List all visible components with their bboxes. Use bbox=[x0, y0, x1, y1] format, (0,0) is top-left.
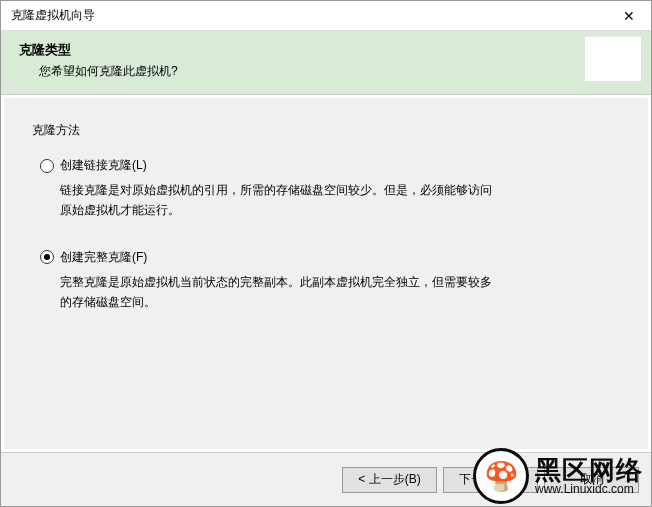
header-subtitle: 您希望如何克隆此虚拟机? bbox=[39, 63, 633, 80]
content-area: 克隆方法 创建链接克隆(L) 链接克隆是对原始虚拟机的引用，所需的存储磁盘空间较… bbox=[3, 97, 649, 450]
radio-full[interactable] bbox=[40, 250, 54, 264]
button-bar: < 上一步(B) 下一步(N) > 取消 🍄 黑区网络 www.Linuxidc… bbox=[1, 452, 651, 506]
wizard-window: 克隆虚拟机向导 ✕ 克隆类型 您希望如何克隆此虚拟机? 克隆方法 创建链接克隆(… bbox=[0, 0, 652, 507]
header-banner: 克隆类型 您希望如何克隆此虚拟机? bbox=[1, 31, 651, 95]
option-full-clone: 创建完整克隆(F) 完整克隆是原始虚拟机当前状态的完整副本。此副本虚拟机完全独立… bbox=[40, 249, 620, 313]
option-label-linked[interactable]: 创建链接克隆(L) bbox=[60, 157, 147, 174]
section-label: 克隆方法 bbox=[32, 122, 620, 139]
window-title: 克隆虚拟机向导 bbox=[11, 7, 95, 24]
content-inner: 克隆方法 创建链接克隆(L) 链接克隆是对原始虚拟机的引用，所需的存储磁盘空间较… bbox=[32, 122, 620, 425]
close-icon: ✕ bbox=[623, 8, 635, 24]
next-button[interactable]: 下一步(N) > bbox=[443, 467, 538, 493]
radio-row-full[interactable]: 创建完整克隆(F) bbox=[40, 249, 620, 266]
option-desc-full: 完整克隆是原始虚拟机当前状态的完整副本。此副本虚拟机完全独立，但需要较多的存储磁… bbox=[60, 272, 500, 313]
option-linked-clone: 创建链接克隆(L) 链接克隆是对原始虚拟机的引用，所需的存储磁盘空间较少。但是，… bbox=[40, 157, 620, 221]
radio-row-linked[interactable]: 创建链接克隆(L) bbox=[40, 157, 620, 174]
clone-method-group: 创建链接克隆(L) 链接克隆是对原始虚拟机的引用，所需的存储磁盘空间较少。但是，… bbox=[40, 157, 620, 313]
back-button[interactable]: < 上一步(B) bbox=[342, 467, 437, 493]
option-label-full[interactable]: 创建完整克隆(F) bbox=[60, 249, 147, 266]
radio-linked[interactable] bbox=[40, 159, 54, 173]
header-icon bbox=[585, 37, 641, 81]
titlebar: 克隆虚拟机向导 ✕ bbox=[1, 1, 651, 31]
cancel-button[interactable]: 取消 bbox=[544, 467, 639, 493]
close-button[interactable]: ✕ bbox=[606, 1, 651, 31]
header-title: 克隆类型 bbox=[19, 41, 633, 59]
option-desc-linked: 链接克隆是对原始虚拟机的引用，所需的存储磁盘空间较少。但是，必须能够访问原始虚拟… bbox=[60, 180, 500, 221]
